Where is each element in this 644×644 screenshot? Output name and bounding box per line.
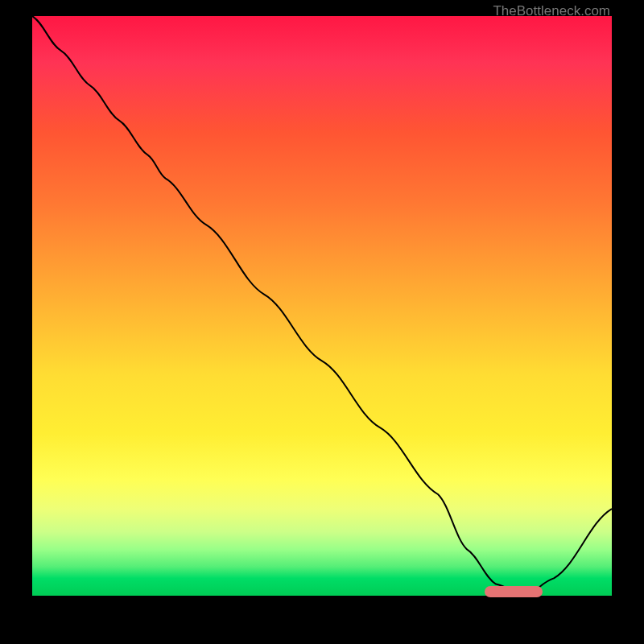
bottleneck-curve	[32, 16, 612, 596]
optimal-range-marker	[485, 586, 543, 597]
chart-container	[32, 16, 612, 596]
chart-svg	[32, 16, 612, 596]
